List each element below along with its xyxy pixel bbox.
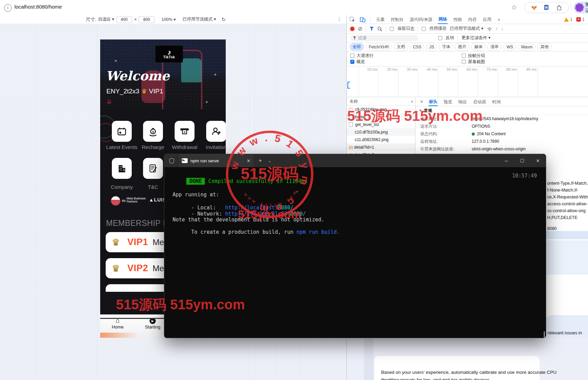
device-toolbar-menu[interactable]: ⋮ <box>337 16 342 22</box>
extensions-puzzle-icon[interactable] <box>556 5 562 10</box>
import-har-icon[interactable]: ↑ <box>496 26 498 31</box>
divider <box>366 26 366 32</box>
metamask-icon[interactable] <box>531 5 537 10</box>
throttling-dropdown[interactable]: 已停用节流模式 ▾ <box>450 26 483 32</box>
disable-cache-checkbox[interactable] <box>422 27 426 31</box>
tab-network[interactable]: 网络 <box>438 15 448 24</box>
request-type-chips: 全部 Fetch/XHR 文档 CSS JS 字体 图片 媒体 清单 WS Wa… <box>347 43 588 51</box>
filter-icon[interactable] <box>369 27 374 31</box>
screenshots-checkbox[interactable] <box>462 60 466 64</box>
watermark-text: 515源码 515ym.com <box>347 106 483 126</box>
warning-icon[interactable] <box>564 18 569 22</box>
details-tab-preview[interactable]: 预览 <box>443 98 452 106</box>
chip-fetch-xhr[interactable]: Fetch/XHR <box>366 44 392 50</box>
preserve-log-checkbox[interactable] <box>390 27 394 31</box>
chip-ws[interactable]: WS <box>503 44 516 50</box>
request-row[interactable]: detail?id=1 <box>347 143 415 151</box>
close-details-icon[interactable]: × <box>420 99 423 104</box>
recharge-button[interactable]: $ <box>143 121 163 142</box>
dimensions-select[interactable]: 自适应 ▾ <box>98 16 114 22</box>
cpu-note-line1: Based on your users' experience, automat… <box>381 370 556 375</box>
svg-text:$: $ <box>184 130 186 134</box>
sparkle-icon: ✦ <box>213 72 217 77</box>
error-icon[interactable]: ✕ <box>576 17 581 22</box>
terms-button[interactable] <box>143 158 163 179</box>
tab-console[interactable]: 控制台 <box>390 15 404 24</box>
word-doc-icon[interactable] <box>544 5 549 10</box>
withdrawal-button[interactable]: $ <box>175 121 195 142</box>
maximize-button[interactable]: ☐ <box>514 154 530 167</box>
error-count: 1 <box>582 17 585 22</box>
chip-all[interactable]: 全部 <box>350 43 364 51</box>
network-conditions-icon[interactable] <box>487 26 492 32</box>
terminal-scrollbar[interactable] <box>544 331 545 338</box>
details-tab-headers[interactable]: 标头 <box>428 97 438 106</box>
tab-sources[interactable]: 源代码/来源 <box>409 15 433 24</box>
divider <box>370 17 371 22</box>
browser-toolbar: i localhost:8080/home ☆ 验证 <box>0 0 588 15</box>
chip-other[interactable]: 其他 <box>537 43 552 51</box>
request-name-header[interactable]: 名称 ▲ <box>347 97 415 106</box>
inspect-element-icon[interactable] <box>350 17 355 22</box>
header-row-referrer-policy: 引荐来源网址政策: strict-origin-when-cross-origi… <box>415 145 588 153</box>
chip-css[interactable]: CSS <box>410 44 425 50</box>
chip-manifest[interactable]: 清单 <box>487 43 502 51</box>
search-icon[interactable] <box>377 26 383 32</box>
header-fragment: H,PUT,DELETE <box>547 215 577 220</box>
request-row[interactable]: c10.df7b100a.png <box>347 128 415 136</box>
more-filters-dropdown[interactable]: 更多过滤条件 ▾ <box>461 35 491 41</box>
viewport-width-input[interactable]: 400 <box>116 16 132 23</box>
group-by-frame-checkbox[interactable] <box>462 54 466 58</box>
nav-starting[interactable]: ▶ Starting <box>141 317 165 330</box>
profile-pill[interactable]: 验证 <box>574 2 588 13</box>
chip-wasm[interactable]: Wasm <box>518 44 536 50</box>
sparkle-icon: ✦ <box>114 58 118 64</box>
stamp-site-text: 515ym.com <box>238 208 301 221</box>
scroll-up-arrow[interactable]: ▲ <box>410 99 414 103</box>
tab-overflow[interactable]: » <box>497 16 501 23</box>
big-request-rows-checkbox[interactable] <box>350 54 354 58</box>
latest-events-button[interactable] <box>112 121 132 142</box>
chip-img[interactable]: 图片 <box>455 43 469 51</box>
viewport-height-input[interactable]: 800 <box>139 16 154 23</box>
details-tabbar: × 标头 预览 响应 启动器 时间 <box>415 97 588 106</box>
chip-font[interactable]: 字体 <box>439 43 453 51</box>
tab-performance[interactable]: 性能 <box>452 15 462 24</box>
vip1-name: VIP1 <box>127 237 148 247</box>
clear-network-log-icon[interactable]: ⊘ <box>358 26 362 32</box>
tab-memory[interactable]: 内存 <box>467 15 477 24</box>
throttling-select[interactable]: 已停用节流模式 ▾ <box>183 16 216 22</box>
export-har-icon[interactable]: ↓ <box>501 26 503 31</box>
company-button[interactable] <box>112 158 132 179</box>
filter-input[interactable]: 过滤 <box>350 35 418 41</box>
timeline-tick: 50 ms <box>438 67 458 97</box>
record-button[interactable] <box>350 27 354 31</box>
notification-bell-icon[interactable]: 🕭 <box>106 99 112 105</box>
bookmark-star-icon[interactable]: ☆ <box>511 3 517 11</box>
devtools-tabbar: 元素 控制台 源代码/来源 网络 性能 内存 应用 » 1 ✕ 1 <box>347 15 588 24</box>
network-overview-timeline[interactable]: 10 ms 20 ms 30 ms 40 ms 50 ms 60 ms 70 m… <box>347 67 588 97</box>
details-tab-initiator[interactable]: 启动器 <box>473 98 486 106</box>
site-info-icon[interactable]: i <box>4 4 12 12</box>
tiktok-wordmark: TikTok <box>163 55 175 59</box>
address-bar[interactable]: localhost:8080/home <box>14 4 62 10</box>
rotate-viewport-icon[interactable]: ↻ <box>221 16 226 23</box>
overview-checkbox[interactable] <box>350 60 354 64</box>
times-separator: × <box>134 17 137 22</box>
details-tab-timing[interactable]: 时间 <box>492 98 501 106</box>
zoom-select[interactable]: 100% ▾ <box>161 17 176 22</box>
close-button[interactable]: ✕ <box>530 154 546 167</box>
minimize-button[interactable]: ─ <box>498 154 514 167</box>
chip-js[interactable]: JS <box>426 44 437 50</box>
request-row[interactable]: c11.d0823562.png <box>347 136 415 143</box>
timeline-tick: 40 ms <box>419 67 438 97</box>
header-fragment: ce,X-Requested-With <box>547 195 588 199</box>
chip-doc[interactable]: 文档 <box>394 43 408 51</box>
tab-elements[interactable]: 元素 <box>375 15 385 24</box>
details-tab-response[interactable]: 响应 <box>458 98 467 106</box>
device-toolbar-toggle-icon[interactable] <box>360 17 365 22</box>
nav-home[interactable]: ⌂ Home <box>106 317 130 330</box>
invert-checkbox[interactable] <box>438 36 442 40</box>
tab-application[interactable]: 应用 <box>482 15 492 24</box>
chip-media[interactable]: 媒体 <box>471 43 485 51</box>
